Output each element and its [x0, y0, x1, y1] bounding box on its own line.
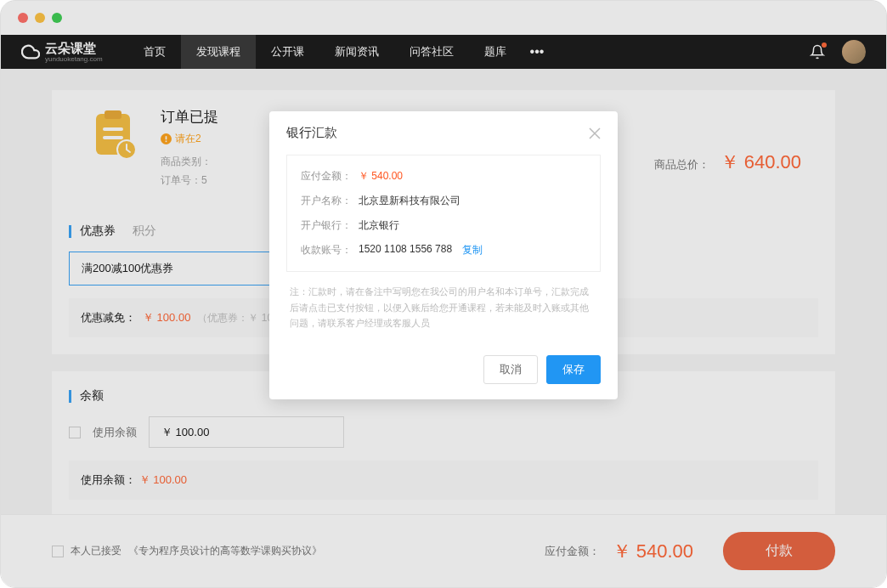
- modal-note: 注：汇款时，请在备注中写明您在我公司的用户名和本订单号，汇款完成后请点击已支付按…: [286, 272, 601, 331]
- account-no-label: 收款账号：: [301, 243, 359, 257]
- cancel-button[interactable]: 取消: [483, 355, 538, 384]
- account-name-label: 开户名称：: [301, 194, 359, 208]
- modal-foot: 取消 保存: [269, 345, 618, 399]
- bank-label: 开户银行：: [301, 218, 359, 233]
- modal-title: 银行汇款: [286, 125, 337, 141]
- amount-value: ￥ 540.00: [359, 169, 403, 184]
- copy-button[interactable]: 复制: [462, 243, 483, 257]
- bank-info-box: 应付金额： ￥ 540.00 开户名称： 北京昱新科技有限公司 开户银行： 北京…: [286, 155, 601, 272]
- app-window: 云朵课堂 yunduoketang.com 首页 发现课程 公开课 新闻资讯 问…: [0, 0, 887, 588]
- modal-head: 银行汇款: [269, 111, 618, 155]
- modal-body: 应付金额： ￥ 540.00 开户名称： 北京昱新科技有限公司 开户银行： 北京…: [269, 155, 618, 345]
- modal-overlay[interactable]: 银行汇款 应付金额： ￥ 540.00 开户名称： 北京昱新科技有限公司 开户银…: [1, 1, 886, 587]
- bank-value: 北京银行: [359, 218, 399, 233]
- close-icon[interactable]: [589, 127, 601, 139]
- bank-transfer-modal: 银行汇款 应付金额： ￥ 540.00 开户名称： 北京昱新科技有限公司 开户银…: [269, 111, 618, 399]
- account-no-value: 1520 1108 1556 788: [359, 243, 452, 257]
- account-name-value: 北京昱新科技有限公司: [359, 194, 460, 208]
- save-button[interactable]: 保存: [546, 355, 601, 384]
- amount-label: 应付金额：: [301, 169, 359, 184]
